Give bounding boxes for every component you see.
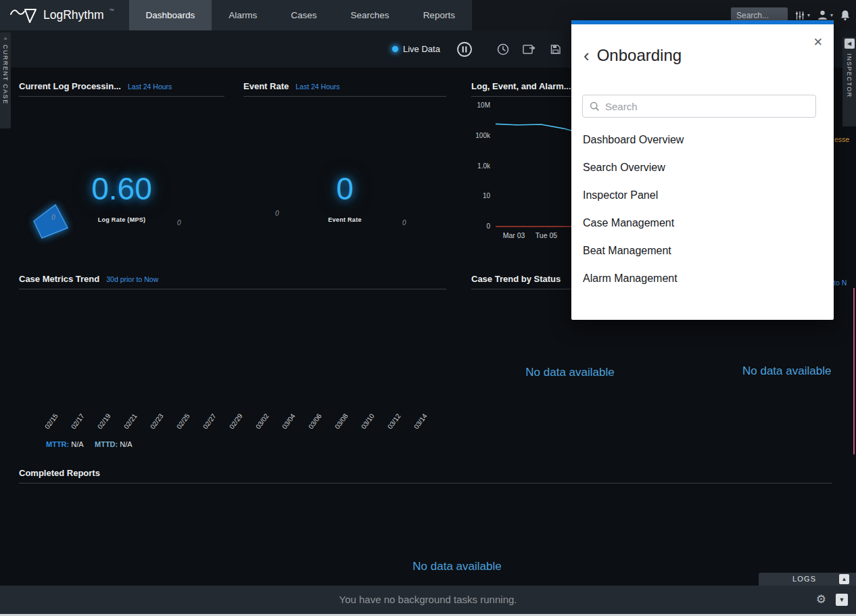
popup-accent-bar bbox=[571, 20, 834, 24]
trademark: ™ bbox=[110, 8, 114, 13]
chevron-down-icon: ▾ bbox=[807, 12, 810, 18]
panel-title: Current Log Processin... bbox=[19, 81, 121, 91]
case-metrics-footer: MTTR:N/A MTTD:N/A bbox=[46, 440, 133, 448]
user-icon bbox=[817, 9, 828, 21]
logs-tab[interactable]: LOGS ▲ bbox=[759, 573, 856, 586]
x-tick-label: 02/15 bbox=[43, 412, 60, 431]
panel-completed-reports: Completed Reports No data available bbox=[19, 468, 832, 576]
x-tick-label: 02/25 bbox=[175, 412, 191, 431]
x-tick-label: 03/14 bbox=[412, 412, 429, 431]
x-tick-label: 03/04 bbox=[281, 412, 297, 431]
no-data-message: No data available bbox=[742, 364, 831, 378]
tab-dashboards[interactable]: Dashboards bbox=[129, 0, 212, 30]
filters-menu[interactable]: ▾ bbox=[794, 10, 810, 21]
x-axis: 02/1502/1702/1902/2102/2302/2502/2702/29… bbox=[19, 274, 446, 458]
tab-searches[interactable]: Searches bbox=[334, 0, 406, 30]
save-icon[interactable] bbox=[550, 44, 563, 55]
gauge-min-label: 0 bbox=[275, 210, 279, 217]
x-tick-label: Mar 03 bbox=[499, 231, 529, 239]
search-icon bbox=[590, 101, 600, 112]
gear-icon[interactable]: ⚙ bbox=[816, 592, 826, 607]
x-tick-label: 02/29 bbox=[228, 412, 244, 431]
tab-cases[interactable]: Cases bbox=[274, 0, 333, 30]
onboarding-search-input[interactable] bbox=[605, 101, 809, 112]
bell-icon[interactable] bbox=[840, 9, 851, 21]
close-icon[interactable]: ✕ bbox=[813, 35, 823, 49]
back-icon[interactable]: ‹ bbox=[584, 47, 590, 64]
live-data-indicator bbox=[392, 46, 398, 52]
inspector-label: INSPECTOR bbox=[846, 53, 853, 98]
collapse-left-icon[interactable]: ◀ bbox=[845, 39, 855, 49]
y-tick-label: 1.0k bbox=[471, 162, 490, 170]
x-tick-label: 02/21 bbox=[122, 412, 139, 431]
popout-icon[interactable] bbox=[523, 44, 536, 55]
status-message: You have no background tasks running. bbox=[0, 586, 856, 614]
no-data-message: No data available bbox=[389, 560, 525, 573]
x-tick-label: 02/23 bbox=[149, 412, 165, 431]
user-menu[interactable]: ▾ bbox=[817, 9, 833, 21]
y-tick-label: 10 bbox=[471, 192, 490, 199]
panel-event-rate: Event Rate Last 24 Hours 0 Event Rate 0 … bbox=[243, 81, 446, 250]
panel-edge-line bbox=[853, 288, 855, 454]
current-case-tab[interactable]: » CURRENT CASE bbox=[0, 32, 11, 128]
onboarding-item[interactable]: Search Overview bbox=[571, 153, 834, 181]
event-rate-label: Event Rate bbox=[243, 216, 446, 223]
x-tick-label: 03/10 bbox=[360, 412, 376, 431]
brand-name: LogRhythm bbox=[43, 8, 104, 22]
panel-case-metrics-trend: Case Metrics Trend 30d prior to Now 02/1… bbox=[19, 274, 446, 458]
brand: LogRhythm™ bbox=[0, 0, 129, 30]
panel-title: Case Trend by Status bbox=[471, 274, 561, 284]
clipped-legend-text: esse bbox=[834, 135, 849, 143]
status-bar: You have no background tasks running. ⚙ … bbox=[0, 586, 856, 614]
inspector-tab[interactable]: ◀ INSPECTOR bbox=[842, 37, 856, 126]
x-tick-label: 03/12 bbox=[386, 412, 402, 431]
onboarding-list: Dashboard OverviewSearch OverviewInspect… bbox=[571, 126, 834, 292]
onboarding-item[interactable]: Inspector Panel bbox=[571, 181, 834, 209]
panel-title: Event Rate bbox=[243, 81, 289, 91]
current-case-label: CURRENT CASE bbox=[2, 45, 9, 105]
gauge-max-label: 0 bbox=[402, 219, 406, 227]
collapse-down-icon[interactable]: ▼ bbox=[836, 594, 848, 606]
y-tick-label: 100k bbox=[471, 132, 490, 139]
onboarding-item[interactable]: Alarm Management bbox=[571, 264, 834, 292]
onboarding-item[interactable]: Case Management bbox=[571, 209, 834, 237]
x-tick-label: 02/27 bbox=[201, 412, 218, 431]
y-tick-label: 0 bbox=[471, 222, 490, 230]
y-tick-label: 10M bbox=[471, 101, 490, 109]
mttd-label: MTTD: bbox=[95, 440, 118, 448]
onboarding-item[interactable]: Beat Management bbox=[571, 237, 834, 264]
panel-time-range[interactable]: Last 24 Hours bbox=[128, 82, 172, 91]
logs-label: LOGS bbox=[792, 575, 816, 583]
x-tick-label: 02/17 bbox=[70, 412, 86, 431]
pause-icon bbox=[456, 41, 473, 57]
no-data-message: No data available bbox=[471, 366, 669, 379]
x-tick-label: 03/02 bbox=[254, 412, 270, 431]
onboarding-item[interactable]: Dashboard Overview bbox=[571, 126, 834, 153]
y-axis: 10M100k1.0k100 bbox=[471, 81, 492, 250]
x-tick-label: Tue 05 bbox=[531, 231, 561, 239]
panel-title: Completed Reports bbox=[19, 468, 100, 478]
filters-icon bbox=[794, 10, 805, 21]
pause-button[interactable] bbox=[456, 41, 473, 57]
event-rate-value: 0 bbox=[243, 170, 446, 207]
expand-up-icon[interactable]: ▲ bbox=[839, 574, 849, 584]
expand-right-icon[interactable]: » bbox=[3, 34, 7, 43]
logrhythm-logo bbox=[9, 7, 38, 24]
clipped-time-range-text: to N bbox=[834, 279, 847, 287]
main-tabs: Dashboards Alarms Cases Searches Reports bbox=[129, 0, 472, 30]
x-tick-label: 03/08 bbox=[333, 412, 350, 431]
panel-time-range[interactable]: Last 24 Hours bbox=[295, 82, 339, 91]
tab-reports[interactable]: Reports bbox=[406, 0, 472, 30]
onboarding-search[interactable] bbox=[582, 95, 816, 118]
x-tick-label: 02/19 bbox=[96, 412, 112, 431]
popup-title: Onboarding bbox=[597, 46, 682, 65]
panel-current-log-processing: Current Log Processin... Last 24 Hours 0… bbox=[19, 81, 224, 250]
gauge-min-label: 0 bbox=[51, 214, 55, 221]
gauge-max-label: 0 bbox=[177, 219, 181, 227]
log-rate-value: 0.60 bbox=[19, 170, 224, 207]
time-range-icon[interactable] bbox=[497, 43, 509, 55]
chevron-down-icon: ▾ bbox=[830, 12, 833, 18]
mttd-value: N/A bbox=[120, 440, 132, 448]
x-tick-label: 03/06 bbox=[307, 412, 323, 431]
tab-alarms[interactable]: Alarms bbox=[212, 0, 274, 30]
